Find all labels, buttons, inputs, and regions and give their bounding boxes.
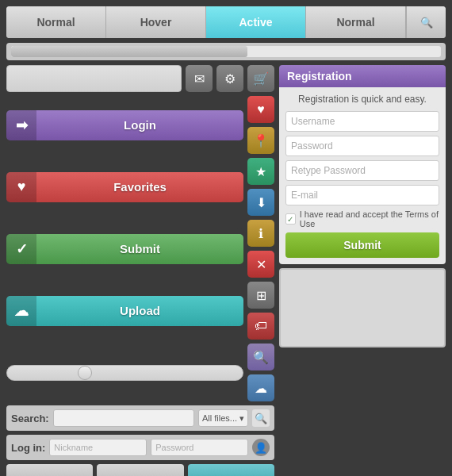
heart-icon-btn[interactable]: ♥: [247, 96, 274, 123]
login-button[interactable]: ➡ Login: [6, 110, 243, 140]
tab-hover[interactable]: Hover: [106, 6, 206, 38]
pin-icon-btn[interactable]: 📍: [247, 127, 274, 154]
email-field[interactable]: E-mail: [285, 185, 439, 205]
bottom-gray-btn-2[interactable]: [97, 464, 183, 476]
password-input[interactable]: Password: [151, 439, 248, 456]
favorites-side-icons: ★ ⬇: [247, 158, 274, 216]
favorites-icon: ♥: [6, 172, 36, 202]
search-input[interactable]: [53, 409, 194, 427]
tab-active[interactable]: Active: [206, 6, 306, 38]
tab-search-icon[interactable]: 🔍: [406, 6, 446, 38]
upload-label: Upload: [36, 304, 243, 317]
slider-thumb[interactable]: [78, 366, 92, 380]
gear-icon-btn[interactable]: ⚙: [216, 65, 243, 92]
user-icon: 👤: [252, 439, 270, 456]
left-panel: ✉ ⚙ 🛒 ➡ Login ♥ 📍 ♥ Favorites: [6, 65, 274, 476]
slider-side-icons: 🔍 ☁: [247, 344, 274, 401]
registration-submit-button[interactable]: Submit: [285, 232, 439, 258]
favorites-btn-row: ♥ Favorites ★ ⬇: [6, 158, 274, 216]
x-icon-btn[interactable]: ✕: [247, 251, 274, 278]
bottom-buttons: [6, 464, 274, 476]
text-input[interactable]: [6, 65, 182, 92]
terms-label: I have read and accept the Terms of Use: [300, 209, 439, 228]
grid-icon-btn[interactable]: ⊞: [247, 282, 274, 309]
login-row-label: Log in:: [11, 442, 45, 454]
mail-icon-btn[interactable]: ✉: [186, 65, 213, 92]
registration-subtitle: Registration is quick and easy.: [285, 94, 439, 105]
search-submit-icon[interactable]: 🔍: [252, 409, 270, 427]
login-row: Log in: Nickname Password 👤: [6, 435, 274, 460]
secondary-panel: [279, 268, 446, 347]
login-side-icons: ♥ 📍: [247, 96, 274, 154]
progress-area: [6, 43, 446, 60]
registration-header: Registration: [279, 65, 446, 87]
terms-checkbox[interactable]: ✓: [285, 213, 296, 225]
cloud-icon-btn[interactable]: ☁: [247, 374, 274, 401]
password-field[interactable]: Password: [285, 136, 439, 156]
tab-bar: Normal Hover Active Normal 🔍: [6, 6, 446, 38]
tab-normal-1[interactable]: Normal: [6, 6, 106, 38]
terms-row: ✓ I have read and accept the Terms of Us…: [285, 209, 439, 228]
upload-button[interactable]: ☁ Upload: [6, 296, 243, 326]
tab-normal-2[interactable]: Normal: [306, 6, 406, 38]
submit-icon: ✓: [6, 234, 36, 264]
registration-body: Registration is quick and easy. Username…: [279, 87, 446, 264]
favorites-label: Favorites: [36, 180, 243, 194]
search-label: Search:: [11, 413, 49, 424]
submit-label: Submit: [36, 242, 243, 255]
progress-fill: [11, 46, 247, 57]
login-icon: ➡: [6, 110, 36, 140]
upload-side-icons: ⊞ 🏷: [247, 282, 274, 340]
right-panel: Registration Registration is quick and e…: [279, 65, 446, 476]
slider-track[interactable]: [6, 365, 243, 381]
retype-password-field[interactable]: Retype Password: [285, 160, 439, 181]
submit-btn-row: ✓ Submit ℹ ✕: [6, 220, 274, 278]
download-icon-btn[interactable]: ⬇: [247, 189, 274, 216]
tag-icon-btn[interactable]: 🏷: [247, 313, 274, 340]
username-field[interactable]: Username: [285, 111, 439, 132]
registration-panel: Registration Registration is quick and e…: [279, 65, 446, 264]
bottom-gray-btn-1[interactable]: [6, 464, 93, 476]
login-btn-row: ➡ Login ♥ 📍: [6, 96, 274, 154]
submit-button[interactable]: ✓ Submit: [6, 234, 243, 264]
slider-row: 🔍 ☁: [6, 344, 274, 401]
chevron-down-icon: ▾: [239, 413, 244, 424]
upload-btn-row: ☁ Upload ⊞ 🏷: [6, 282, 274, 340]
upload-icon: ☁: [6, 296, 36, 326]
nickname-input[interactable]: Nickname: [49, 439, 147, 456]
favorites-button[interactable]: ♥ Favorites: [6, 172, 243, 202]
progress-track: [11, 46, 441, 57]
info-icon-btn[interactable]: ℹ: [247, 220, 274, 247]
bottom-teal-btn[interactable]: [188, 464, 274, 476]
submit-side-icons: ℹ ✕: [247, 220, 274, 278]
search-icon-btn[interactable]: 🔍: [247, 344, 274, 370]
search-dropdown[interactable]: All files... ▾: [198, 409, 248, 427]
star-icon-btn[interactable]: ★: [247, 158, 274, 185]
search-row: Search: All files... ▾ 🔍: [6, 405, 274, 431]
login-label: Login: [36, 118, 243, 132]
input-icon-row: ✉ ⚙ 🛒: [6, 65, 274, 92]
cart-icon-btn[interactable]: 🛒: [247, 65, 274, 92]
